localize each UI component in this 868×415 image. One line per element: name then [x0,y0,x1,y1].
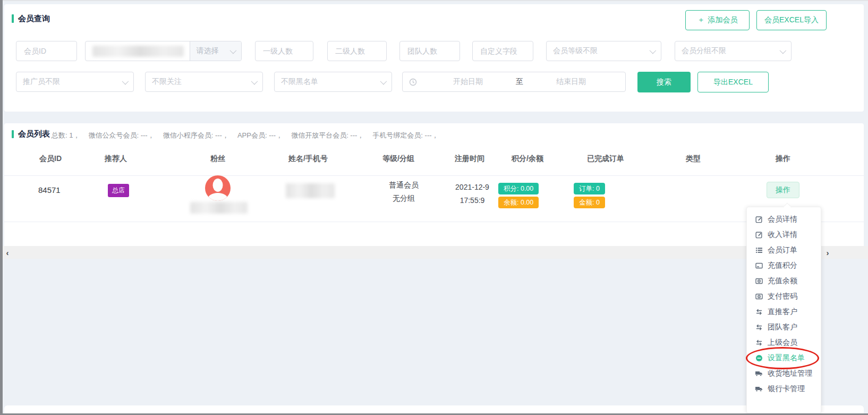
col-member-id: 会员ID [24,153,77,164]
menu-item-recharge-points[interactable]: 充值积分 [747,258,821,273]
menu-item-bank-card[interactable]: 银行卡管理 [747,381,821,396]
points-badge: 积分: 0.00 [498,183,539,194]
menu-item-income-detail[interactable]: 收入详情 [747,227,821,242]
balance-badge: 余额: 0.00 [498,197,539,208]
menu-item-label: 会员订单 [768,245,797,255]
transfer-icon [755,339,763,346]
member-id-field[interactable] [23,46,70,56]
coin-icon [755,293,763,300]
chevron-down-icon [780,47,787,54]
level2-count-field[interactable] [334,46,380,56]
edit-square-icon [755,231,763,239]
search-button-label: 搜索 [657,78,671,87]
keyword-combo-input[interactable]: 请选择 [85,41,242,61]
chevron-down-icon [380,78,387,84]
chevron-down-icon [122,78,129,84]
member-excel-import-button[interactable]: 会员EXCEL导入 [756,10,827,30]
member-group-value: 会员分组不限 [682,46,726,56]
menu-item-label: 充值积分 [768,261,797,270]
search-button[interactable]: 搜索 [637,72,691,92]
truck-icon [755,385,763,393]
menu-item-recharge-balance[interactable]: 充值余额 [747,273,821,289]
level1-count-input[interactable] [255,41,313,61]
stat-wechat-open: 微信开放平台会员: ---， [291,131,364,140]
date-start-placeholder[interactable]: 开始日期 [420,77,516,87]
menu-item-label: 银行卡管理 [768,384,805,394]
member-list-title: 会员列表 [18,129,50,139]
page: 会员查询 ＋ 添加会员 会员EXCEL导入 请选择 会员等级不限 会员分组不限 [0,0,868,415]
stat-phone-bound: 手机号绑定会员: ---， [372,131,438,140]
menu-item-label: 会员详情 [768,215,797,224]
bottom-panel [4,405,864,413]
member-level-select[interactable]: 会员等级不限 [546,41,661,61]
stat-wechat-mini: 微信小程序会员: ---， [163,131,229,140]
menu-item-upper-member[interactable]: 上级会员 [747,335,821,350]
excel-import-label: 会员EXCEL导入 [764,15,819,25]
truck-icon [755,370,763,377]
edit-square-icon [755,216,763,223]
menu-item-label: 收货地址管理 [768,369,812,378]
add-member-button[interactable]: ＋ 添加会员 [685,10,750,30]
member-stats: 总数: 1， 微信公众号会员: ---， 微信小程序会员: ---， APP会员… [52,131,447,140]
redacted-name-phone [286,183,335,198]
menu-item-team-customers[interactable]: 团队客户 [747,319,821,335]
table-row[interactable]: 84571 总店 普通会员 无分组 2021-12-9 17:55:9 积分: … [4,175,864,222]
scroll-right-icon[interactable]: › [822,246,833,259]
export-excel-button[interactable]: 导出EXCEL [697,72,769,92]
blacklist-value: 不限黑名单 [281,77,318,87]
clock-icon [409,74,417,90]
member-id-input[interactable] [16,41,77,61]
section-accent-bar [12,130,14,138]
promoter-select[interactable]: 推广员不限 [16,72,134,92]
level2-count-input[interactable] [327,41,387,61]
menu-item-direct-customers[interactable]: 直推客户 [747,304,821,319]
col-name-phone: 姓名/手机号 [268,153,348,164]
col-type: 类型 [656,153,730,164]
row-register-time: 17:55:9 [438,195,507,206]
menu-item-label: 设置黑名单 [768,353,805,363]
menu-item-label: 支付密码 [768,292,797,301]
stat-app: APP会员: ---， [237,131,283,140]
amount-badge: 金额: 0 [574,197,605,208]
menu-item-label: 收入详情 [768,230,797,240]
row-action-button[interactable]: 操作 [767,182,799,198]
team-count-input[interactable] [399,41,460,61]
menu-item-set-blacklist[interactable]: 设置黑名单 [747,350,821,366]
list-icon [755,247,763,254]
menu-item-label: 充值余额 [768,276,797,286]
chevron-down-icon [251,78,258,84]
avatar[interactable] [205,175,231,201]
menu-item-pay-password[interactable]: 支付密码 [747,289,821,304]
date-separator: 至 [516,77,523,87]
menu-item-shipping-address[interactable]: 收货地址管理 [747,366,821,381]
section-accent-bar [12,14,14,23]
keyword-type-select[interactable]: 请选择 [190,41,241,61]
team-count-field[interactable] [406,46,453,56]
date-range-picker[interactable]: 开始日期 至 结束日期 [402,72,626,92]
add-member-label: 添加会员 [708,15,738,25]
blacklist-select[interactable]: 不限黑名单 [274,72,392,92]
chevron-down-icon [650,47,657,54]
redacted-keyword-value [92,46,184,57]
keyword-input[interactable] [86,41,190,61]
orders-badge: 订单: 0 [574,183,605,194]
scroll-left-icon[interactable]: ‹ [2,246,13,259]
follow-select[interactable]: 不限关注 [145,72,263,92]
date-end-placeholder[interactable]: 结束日期 [523,77,619,87]
horizontal-scrollbar[interactable] [3,246,868,259]
menu-item-member-detail[interactable]: 会员详情 [747,211,821,227]
menu-item-member-orders[interactable]: 会员订单 [747,242,821,258]
custom-field-field[interactable] [479,46,526,56]
stat-total: 总数: 1， [52,131,80,140]
avatar-shoulders-shape [208,193,228,201]
transfer-icon [755,308,763,316]
col-level-group: 等级/分组 [361,153,436,164]
member-group-select[interactable]: 会员分组不限 [675,41,792,61]
level1-count-field[interactable] [262,46,307,56]
menu-item-label: 直推客户 [768,307,797,317]
row-group: 无分组 [367,193,441,204]
custom-field-input[interactable] [472,41,533,61]
transfer-icon [755,324,763,331]
member-level-value: 会员等级不限 [553,46,598,56]
promoter-value: 推广员不限 [23,77,60,87]
